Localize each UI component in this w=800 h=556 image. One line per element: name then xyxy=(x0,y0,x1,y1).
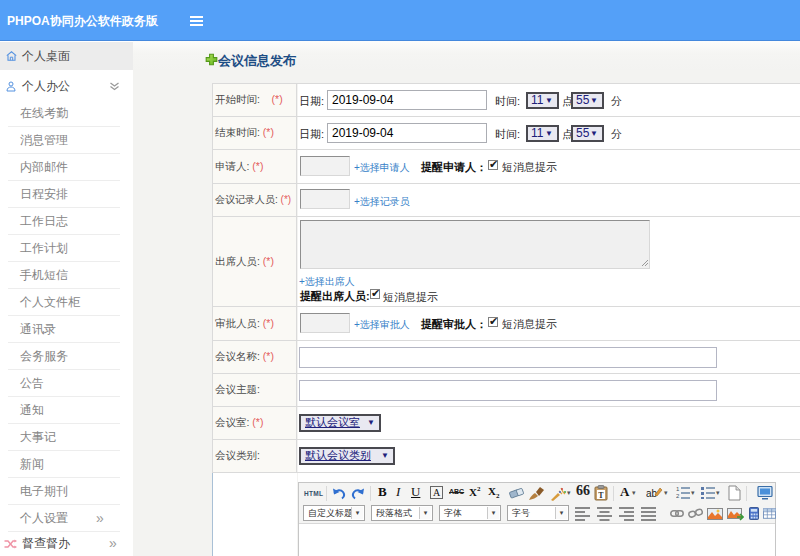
svg-text:1: 1 xyxy=(676,486,680,492)
svg-text:2: 2 xyxy=(676,493,680,499)
svg-text:T: T xyxy=(598,491,604,500)
